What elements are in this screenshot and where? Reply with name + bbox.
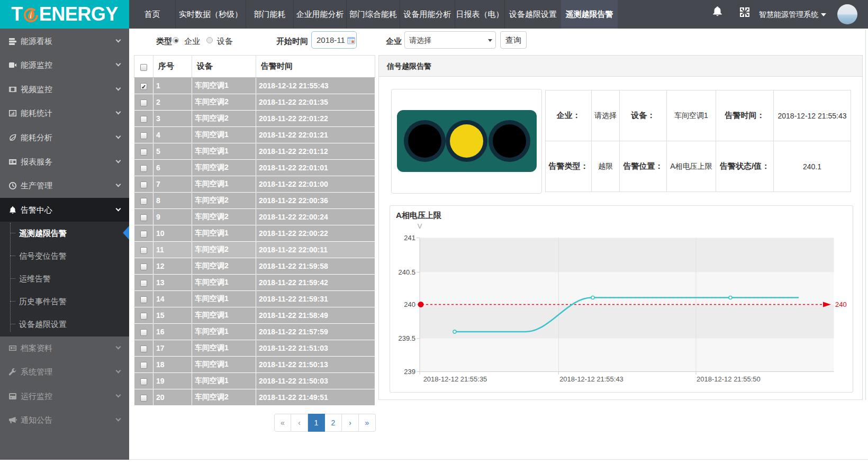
svg-text:240: 240: [404, 301, 415, 308]
svg-text:240: 240: [835, 301, 847, 308]
svg-text:240.5: 240.5: [398, 268, 415, 276]
svg-text:239.5: 239.5: [398, 334, 415, 342]
svg-text:2018-12-12 21:55:50: 2018-12-12 21:55:50: [697, 375, 761, 383]
svg-text:2018-12-12 21:55:43: 2018-12-12 21:55:43: [559, 375, 623, 383]
svg-text:2018-12-12 21:55:35: 2018-12-12 21:55:35: [423, 375, 487, 383]
svg-text:241: 241: [404, 234, 415, 242]
svg-text:239: 239: [404, 368, 415, 376]
svg-text:V: V: [418, 222, 422, 230]
